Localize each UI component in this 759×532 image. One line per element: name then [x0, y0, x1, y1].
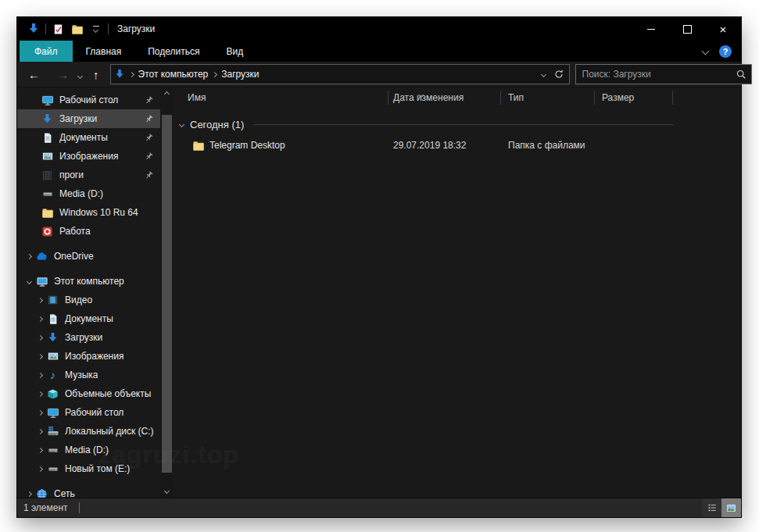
expand-chevron-icon[interactable]: [34, 448, 46, 452]
scrollbar-thumb[interactable]: [162, 115, 172, 473]
pin-icon: [144, 170, 154, 180]
properties-icon[interactable]: [52, 23, 65, 36]
sidebar-item-windows10-folder[interactable]: Windows 10 Ru 64: [17, 203, 160, 222]
expand-chevron-icon[interactable]: [34, 411, 46, 415]
sidebar-scrollbar[interactable]: [160, 87, 174, 498]
customize-toolbar-icon[interactable]: [89, 23, 102, 36]
group-collapse-icon[interactable]: [179, 121, 184, 127]
large-icons-view-icon[interactable]: [721, 498, 741, 517]
recent-locations-icon[interactable]: [73, 67, 87, 81]
sidebar-item-media-d[interactable]: Media (D:): [17, 441, 160, 459]
breadcrumb-chevron-icon[interactable]: [128, 71, 134, 77]
search-box[interactable]: [575, 64, 752, 84]
music-icon: ♪: [46, 369, 59, 381]
new-folder-icon[interactable]: [70, 23, 84, 36]
sidebar-item-desktop-pinned[interactable]: Рабочий стол: [17, 91, 160, 109]
sidebar-item-video[interactable]: Видео: [17, 291, 160, 309]
sidebar-item-rabota[interactable]: Работа: [17, 222, 160, 241]
breadcrumb-chevron-icon[interactable]: [212, 71, 217, 77]
column-header-date[interactable]: Дата изменения: [388, 91, 501, 105]
window-title: Загрузки: [117, 23, 155, 34]
sidebar-item-label: Изображения: [59, 151, 118, 162]
expand-chevron-icon[interactable]: [23, 255, 35, 259]
details-view-icon[interactable]: [702, 498, 721, 517]
group-header-today[interactable]: Сегодня (1): [178, 116, 673, 133]
sidebar-item-documents-pinned[interactable]: Документы: [17, 128, 160, 147]
close-button[interactable]: ×: [705, 17, 741, 41]
pictures-icon: [41, 150, 54, 162]
tab-file[interactable]: Файл: [20, 41, 73, 62]
expand-chevron-icon[interactable]: [34, 317, 46, 321]
expand-chevron-icon[interactable]: [34, 298, 46, 302]
minimize-button[interactable]: [633, 17, 669, 41]
drive-icon: [46, 462, 59, 475]
toolbar-divider: [108, 23, 109, 34]
refresh-icon[interactable]: [553, 69, 564, 80]
sidebar-item-label: Документы: [65, 313, 113, 324]
tab-share[interactable]: Поделиться: [134, 41, 213, 62]
drive-icon: [41, 187, 54, 200]
expand-ribbon-icon[interactable]: [702, 48, 710, 55]
search-input[interactable]: [581, 68, 736, 80]
sidebar-item-new-volume-e[interactable]: Новый том (E:): [17, 459, 160, 478]
column-header-type[interactable]: Тип: [501, 91, 595, 105]
expand-chevron-icon[interactable]: [34, 430, 46, 434]
column-header-name[interactable]: Имя: [178, 91, 388, 105]
expand-chevron-icon[interactable]: [34, 467, 46, 471]
search-icon[interactable]: [736, 69, 746, 80]
sidebar-item-media-d[interactable]: Media (D:): [17, 184, 160, 203]
sidebar-item-local-disk-c[interactable]: Локальный диск (C:): [17, 422, 160, 441]
breadcrumb-downloads[interactable]: Загрузки: [221, 69, 259, 80]
scroll-up-icon[interactable]: [165, 87, 169, 101]
expand-chevron-icon[interactable]: [34, 373, 46, 377]
navigation-bar: ← → ↑ Этот компьютер Загрузки: [17, 62, 741, 87]
breadcrumb-this-pc[interactable]: Этот компьютер: [138, 69, 209, 80]
sidebar-item-documents[interactable]: Документы: [17, 309, 160, 328]
expand-chevron-icon[interactable]: [34, 355, 46, 359]
ribbon-tab-row: Файл Главная Поделиться Вид ?: [17, 41, 741, 62]
column-header-size[interactable]: Размер: [595, 91, 673, 105]
sidebar-item-desktop[interactable]: Рабочий стол: [17, 403, 160, 422]
help-icon[interactable]: ?: [719, 45, 732, 58]
expand-chevron-icon[interactable]: [23, 492, 35, 496]
sidebar-item-label: Локальный диск (C:): [65, 426, 154, 437]
address-dropdown-icon[interactable]: [540, 71, 546, 77]
sidebar-item-label: Windows 10 Ru 64: [59, 207, 138, 218]
sidebar-item-network[interactable]: Сеть: [17, 484, 160, 498]
up-button[interactable]: ↑: [88, 69, 104, 80]
sidebar-item-label: Рабочий стол: [65, 407, 124, 418]
expand-chevron-icon[interactable]: [34, 336, 46, 340]
sidebar-item-pictures[interactable]: Изображения: [17, 347, 160, 366]
toolbar-divider: [45, 23, 46, 34]
scroll-down-icon[interactable]: [165, 484, 169, 498]
pin-icon: [144, 152, 154, 162]
scrollbar-track[interactable]: [160, 101, 174, 484]
file-row-telegram-desktop[interactable]: Telegram Desktop 29.07.2019 18:32 Папка …: [178, 136, 741, 155]
sidebar-item-label: Загрузки: [59, 113, 97, 124]
maximize-button[interactable]: [669, 17, 705, 41]
documents-icon: [46, 312, 59, 325]
tab-view[interactable]: Вид: [213, 41, 256, 62]
sidebar-item-downloads-pinned[interactable]: Загрузки: [17, 109, 160, 128]
sidebar-item-pictures-pinned[interactable]: Изображения: [17, 147, 160, 166]
file-name: Telegram Desktop: [209, 140, 285, 151]
sidebar-item-onedrive[interactable]: OneDrive: [17, 247, 160, 266]
sidebar-item-progi-pinned[interactable]: проги: [17, 166, 160, 184]
window-controls: ×: [633, 17, 741, 41]
sidebar-item-label: проги: [59, 170, 84, 180]
back-button[interactable]: ←: [23, 69, 45, 80]
sidebar-item-music[interactable]: ♪ Музыка: [17, 366, 160, 384]
expand-chevron-icon[interactable]: [34, 392, 46, 396]
sidebar-item-3d-objects[interactable]: Объемные объекты: [17, 384, 160, 403]
address-bar[interactable]: Этот компьютер Загрузки: [110, 64, 570, 84]
sidebar-item-downloads[interactable]: Загрузки: [17, 328, 160, 347]
sidebar-item-this-pc[interactable]: Этот компьютер: [17, 272, 160, 291]
collapse-chevron-icon[interactable]: [23, 280, 35, 284]
sidebar-item-label: Документы: [59, 132, 108, 143]
computer-icon: [35, 275, 48, 287]
sidebar-item-label: Объемные объекты: [65, 388, 151, 399]
title-bar: Загрузки ×: [17, 17, 741, 41]
tab-home[interactable]: Главная: [73, 41, 135, 62]
location-downloads-icon: [114, 69, 125, 80]
forward-button[interactable]: →: [52, 69, 73, 80]
